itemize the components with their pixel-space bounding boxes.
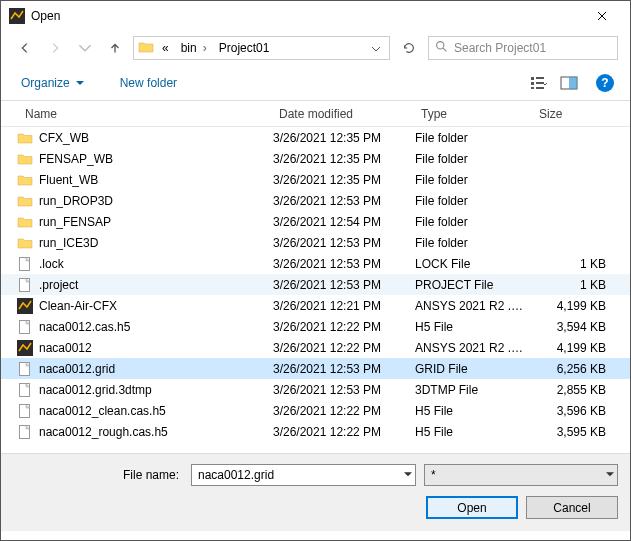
file-size: 3,596 KB bbox=[525, 404, 630, 418]
file-type: GRID File bbox=[407, 362, 525, 376]
document-icon bbox=[17, 403, 33, 419]
breadcrumb-item[interactable]: bin› bbox=[177, 39, 211, 57]
file-row[interactable]: run_DROP3D3/26/2021 12:53 PMFile folder bbox=[1, 190, 630, 211]
refresh-button[interactable] bbox=[396, 36, 422, 60]
folder-icon bbox=[138, 39, 154, 58]
file-type: LOCK File bbox=[407, 257, 525, 271]
file-name: naca0012.grid bbox=[39, 362, 115, 376]
file-date: 3/26/2021 12:53 PM bbox=[265, 194, 407, 208]
file-type: 3DTMP File bbox=[407, 383, 525, 397]
file-date: 3/26/2021 12:53 PM bbox=[265, 383, 407, 397]
file-row[interactable]: naca0012.grid.3dtmp3/26/2021 12:53 PM3DT… bbox=[1, 379, 630, 400]
file-size: 3,595 KB bbox=[525, 425, 630, 439]
folder-icon bbox=[17, 235, 33, 251]
file-type: ANSYS 2021 R2 .cf... bbox=[407, 341, 525, 355]
document-icon bbox=[17, 361, 33, 377]
file-name: naca0012_clean.cas.h5 bbox=[39, 404, 166, 418]
folder-icon bbox=[17, 172, 33, 188]
svg-rect-9 bbox=[569, 77, 577, 89]
svg-rect-7 bbox=[536, 87, 544, 89]
document-icon bbox=[17, 319, 33, 335]
up-button[interactable] bbox=[103, 36, 127, 60]
filename-label: File name: bbox=[13, 468, 183, 482]
file-date: 3/26/2021 12:35 PM bbox=[265, 152, 407, 166]
recent-dropdown[interactable] bbox=[73, 36, 97, 60]
preview-pane-button[interactable] bbox=[558, 72, 580, 94]
column-size[interactable]: Size bbox=[531, 103, 630, 125]
cancel-button[interactable]: Cancel bbox=[526, 496, 618, 519]
file-date: 3/26/2021 12:53 PM bbox=[265, 362, 407, 376]
file-list[interactable]: CFX_WB3/26/2021 12:35 PMFile folderFENSA… bbox=[1, 127, 630, 453]
file-row[interactable]: naca0012_rough.cas.h53/26/2021 12:22 PMH… bbox=[1, 421, 630, 442]
organize-button[interactable]: Organize bbox=[17, 72, 88, 94]
file-row[interactable]: naca0012_clean.cas.h53/26/2021 12:22 PMH… bbox=[1, 400, 630, 421]
file-name: .lock bbox=[39, 257, 64, 271]
file-date: 3/26/2021 12:53 PM bbox=[265, 236, 407, 250]
file-size: 4,199 KB bbox=[525, 299, 630, 313]
file-row[interactable]: naca0012.cas.h53/26/2021 12:22 PMH5 File… bbox=[1, 316, 630, 337]
app-icon bbox=[9, 8, 25, 24]
titlebar[interactable]: Open bbox=[1, 1, 630, 31]
file-name: run_FENSAP bbox=[39, 215, 111, 229]
help-button[interactable]: ? bbox=[596, 74, 614, 92]
column-name[interactable]: Name bbox=[17, 103, 271, 125]
column-date[interactable]: Date modified bbox=[271, 103, 413, 125]
file-date: 3/26/2021 12:53 PM bbox=[265, 257, 407, 271]
nav-bar: « bin› Project01 bbox=[1, 31, 630, 65]
breadcrumb-prefix[interactable]: « bbox=[158, 39, 173, 57]
column-type[interactable]: Type bbox=[413, 103, 531, 125]
file-type: PROJECT File bbox=[407, 278, 525, 292]
file-name: CFX_WB bbox=[39, 131, 89, 145]
file-row[interactable]: naca0012.grid3/26/2021 12:53 PMGRID File… bbox=[1, 358, 630, 379]
svg-rect-6 bbox=[536, 82, 544, 84]
file-row[interactable]: naca00123/26/2021 12:22 PMANSYS 2021 R2 … bbox=[1, 337, 630, 358]
file-type: File folder bbox=[407, 131, 525, 145]
forward-button[interactable] bbox=[43, 36, 67, 60]
file-row[interactable]: CFX_WB3/26/2021 12:35 PMFile folder bbox=[1, 127, 630, 148]
file-row[interactable]: .lock3/26/2021 12:53 PMLOCK File1 KB bbox=[1, 253, 630, 274]
open-button[interactable]: Open bbox=[426, 496, 518, 519]
file-date: 3/26/2021 12:54 PM bbox=[265, 215, 407, 229]
file-size: 1 KB bbox=[525, 257, 630, 271]
ansys-icon bbox=[17, 340, 33, 356]
search-box[interactable] bbox=[428, 36, 618, 60]
file-name: FENSAP_WB bbox=[39, 152, 113, 166]
address-dropdown[interactable] bbox=[367, 41, 385, 55]
new-folder-button[interactable]: New folder bbox=[116, 72, 181, 94]
file-name: naca0012.cas.h5 bbox=[39, 320, 130, 334]
file-row[interactable]: .project3/26/2021 12:53 PMPROJECT File1 … bbox=[1, 274, 630, 295]
file-size: 4,199 KB bbox=[525, 341, 630, 355]
window-title: Open bbox=[31, 9, 582, 23]
search-input[interactable] bbox=[454, 41, 611, 55]
folder-icon bbox=[17, 214, 33, 230]
svg-rect-3 bbox=[531, 82, 534, 85]
document-icon bbox=[17, 382, 33, 398]
file-name: naca0012 bbox=[39, 341, 92, 355]
file-row[interactable]: Clean-Air-CFX3/26/2021 12:21 PMANSYS 202… bbox=[1, 295, 630, 316]
file-type: File folder bbox=[407, 236, 525, 250]
file-name: naca0012_rough.cas.h5 bbox=[39, 425, 168, 439]
file-row[interactable]: run_FENSAP3/26/2021 12:54 PMFile folder bbox=[1, 211, 630, 232]
file-filter-select[interactable]: * bbox=[424, 464, 618, 486]
back-button[interactable] bbox=[13, 36, 37, 60]
file-date: 3/26/2021 12:22 PM bbox=[265, 320, 407, 334]
view-options-button[interactable] bbox=[528, 72, 550, 94]
file-date: 3/26/2021 12:22 PM bbox=[265, 425, 407, 439]
file-row[interactable]: run_ICE3D3/26/2021 12:53 PMFile folder bbox=[1, 232, 630, 253]
file-row[interactable]: FENSAP_WB3/26/2021 12:35 PMFile folder bbox=[1, 148, 630, 169]
file-type: File folder bbox=[407, 194, 525, 208]
address-bar[interactable]: « bin› Project01 bbox=[133, 36, 390, 60]
file-type: H5 File bbox=[407, 404, 525, 418]
file-name: naca0012.grid.3dtmp bbox=[39, 383, 152, 397]
filename-input[interactable] bbox=[191, 464, 416, 486]
toolbar: Organize New folder ? bbox=[1, 65, 630, 101]
file-date: 3/26/2021 12:53 PM bbox=[265, 278, 407, 292]
breadcrumb-item[interactable]: Project01 bbox=[215, 39, 274, 57]
file-row[interactable]: Fluent_WB3/26/2021 12:35 PMFile folder bbox=[1, 169, 630, 190]
file-type: H5 File bbox=[407, 320, 525, 334]
file-date: 3/26/2021 12:35 PM bbox=[265, 131, 407, 145]
document-icon bbox=[17, 277, 33, 293]
window-close-button[interactable] bbox=[582, 1, 622, 31]
file-date: 3/26/2021 12:22 PM bbox=[265, 341, 407, 355]
svg-rect-2 bbox=[531, 77, 534, 80]
